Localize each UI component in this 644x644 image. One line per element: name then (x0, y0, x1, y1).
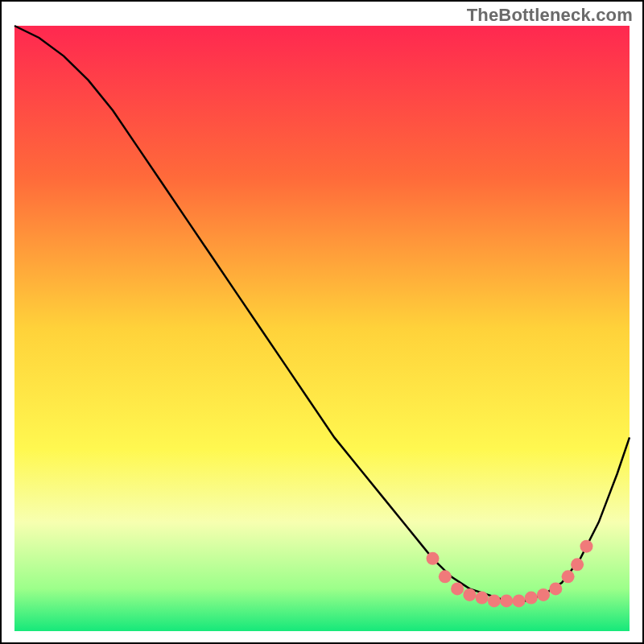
curve-marker (513, 594, 526, 607)
curve-marker (562, 570, 575, 583)
curve-marker (500, 594, 513, 607)
curve-marker (525, 592, 538, 605)
watermark-label: TheBottleneck.com (467, 5, 633, 26)
curve-marker (571, 558, 584, 571)
chart-svg (0, 0, 644, 644)
curve-marker (488, 594, 501, 607)
curve-marker (549, 582, 562, 595)
curve-marker (463, 588, 476, 601)
curve-marker (451, 582, 464, 595)
curve-marker (439, 570, 452, 583)
chart-container: TheBottleneck.com (0, 0, 644, 644)
curve-marker (537, 588, 550, 601)
curve-marker (427, 552, 440, 565)
plot-background (14, 26, 630, 631)
curve-marker (476, 592, 489, 605)
curve-marker (580, 540, 593, 553)
